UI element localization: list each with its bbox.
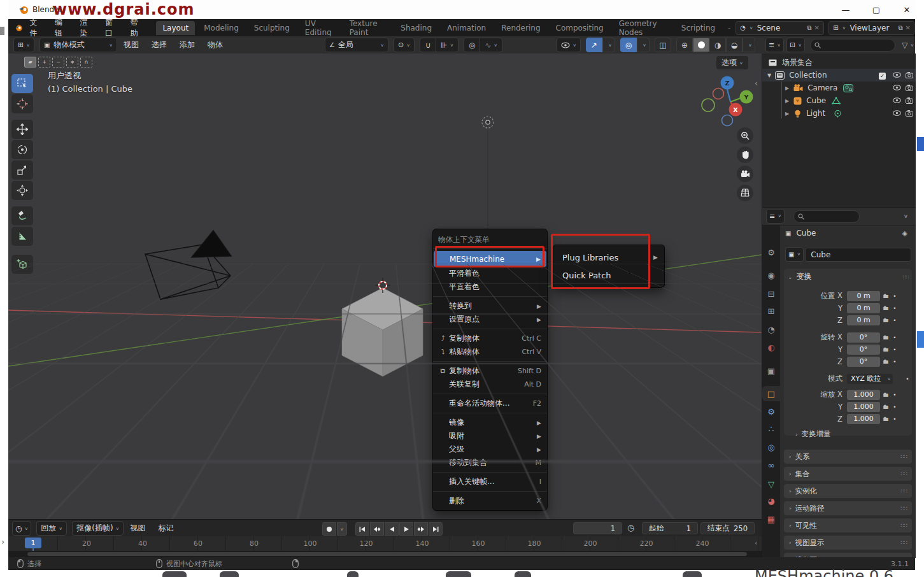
tab-view-layer[interactable]: ⊞ [762, 303, 780, 318]
panel-relations[interactable]: ›关系∷∷ [784, 450, 912, 464]
viewport-3d[interactable]: ▰ + − ∗ ∩ 选项 ∨ ‹ 用户透视 (1) Collection | C… [8, 53, 762, 519]
properties-options-dropdown[interactable]: ∨ [904, 213, 908, 219]
jump-to-end-button[interactable] [429, 522, 443, 536]
workspace-tab-sculpting[interactable]: Sculpting [248, 21, 296, 35]
tool-annotate[interactable] [11, 206, 33, 225]
viewlayer-selector[interactable]: ⊞ ∨ ViewLayer ⧉ ✕ [828, 21, 915, 35]
falloff-dropdown[interactable]: ∿∨ [480, 38, 502, 52]
snap-magnet-icon[interactable]: ∪ [420, 38, 436, 52]
value-field[interactable]: 0 m [847, 303, 880, 313]
outliner-display-mode-button[interactable]: ⊡∨ [786, 38, 805, 52]
disclosure-open-icon[interactable]: ▼ [767, 73, 771, 78]
zoom-button[interactable] [737, 127, 753, 144]
tool-move[interactable] [11, 120, 33, 139]
disclosure-closed-icon[interactable]: ▶ [785, 85, 789, 91]
disable-render-camera-icon[interactable] [906, 71, 913, 78]
snap-settings-button[interactable]: ⊪∨ [436, 38, 458, 52]
properties-editor-type-button[interactable]: ≡∨ [766, 209, 785, 224]
menu-render[interactable]: 渲染 [80, 17, 92, 39]
hide-viewport-eye-icon[interactable] [893, 85, 901, 90]
gizmo-minus-x[interactable] [713, 89, 724, 99]
menu-item-meshmachine[interactable]: MESHmachine ▶ [434, 251, 546, 267]
menu-item-copy-objects[interactable]: ⤴复制物体 Ctrl C [433, 332, 547, 345]
animate-dot[interactable]: • [892, 334, 898, 341]
select-mode-extend[interactable]: + [38, 57, 50, 68]
outliner-row-light[interactable]: ▶ Light [762, 107, 916, 120]
hide-viewport-eye-icon[interactable] [893, 97, 901, 103]
cube-object[interactable] [342, 288, 423, 376]
lock-icon[interactable]: 🖿 [880, 346, 892, 353]
keying-dropdown[interactable]: 抠像(插帧)∨ [72, 521, 124, 536]
scene-selector[interactable]: ◔ ∨ Scene ⧉ ✕ [736, 21, 824, 35]
frame-start-field[interactable]: 起始1 [642, 522, 698, 534]
ortho-grid-button[interactable] [737, 185, 753, 201]
tab-collection[interactable]: ▣ [762, 363, 780, 378]
mode-dropdown[interactable]: ▣ 物体模式 ∨ [39, 38, 117, 52]
camera-object[interactable] [145, 231, 231, 299]
outliner-editor-type-button[interactable]: ≡∨ [765, 38, 784, 52]
gizmo-toggle[interactable]: ↗ [586, 38, 602, 52]
transform-delta-header[interactable]: › 变换增量 [795, 429, 831, 439]
panel-visibility[interactable]: ›可见性∷∷ [784, 518, 912, 532]
menu-window[interactable]: 窗口 [105, 17, 117, 39]
new-viewlayer-icon[interactable]: ⧉ [898, 24, 902, 32]
jump-to-start-button[interactable] [355, 522, 369, 536]
playhead[interactable]: 1 [25, 538, 41, 548]
close-button[interactable]: ✕ [894, 1, 920, 18]
lock-icon[interactable]: 🖿 [880, 334, 892, 341]
menu-file[interactable]: 文件 [29, 17, 41, 39]
select-mode-new[interactable]: ▰ [24, 57, 36, 68]
minimize-button[interactable]: — [833, 1, 858, 18]
value-field[interactable]: 0° [847, 357, 880, 367]
outliner-row-collection[interactable]: ▼ Collection ✓ [762, 69, 916, 82]
playback-dropdown[interactable]: 回放∨ [36, 521, 67, 536]
lock-icon[interactable]: 🖿 [880, 391, 892, 398]
select-mode-subtract[interactable]: − [52, 57, 64, 68]
submenu-item-quick-patch[interactable]: Quick Patch [553, 266, 664, 284]
shading-dropdown[interactable]: ∨ [743, 38, 755, 52]
animate-dot[interactable]: • [904, 376, 911, 382]
pan-hand-button[interactable] [737, 146, 753, 163]
select-mode-invert[interactable]: ∗ [66, 57, 78, 68]
value-field[interactable]: 1.000 [847, 402, 880, 412]
menu-item-shade-smooth[interactable]: 平滑着色 [433, 267, 547, 280]
overlays-toggle[interactable]: ◎ [620, 38, 637, 52]
frame-end-field[interactable]: 结束点250 [700, 522, 755, 534]
hide-viewport-eye-icon[interactable] [893, 110, 901, 116]
menu-item-move-to-collection[interactable]: 移动到集合 M [433, 456, 547, 469]
tab-output[interactable]: ⊟ [762, 286, 780, 301]
disable-render-camera-icon[interactable] [906, 97, 913, 104]
proportional-edit-icon[interactable]: ◎ [464, 38, 480, 52]
lock-icon[interactable]: 🖿 [880, 358, 892, 365]
camera-view-button[interactable] [737, 166, 753, 182]
play-button[interactable] [399, 522, 413, 536]
object-name-input[interactable]: Cube [805, 248, 911, 262]
shading-wireframe-button[interactable]: ⊕ [676, 38, 693, 52]
workspace-tab-animation[interactable]: Animation [441, 21, 492, 35]
animate-dot[interactable]: • [892, 293, 898, 299]
menu-item-rename-active[interactable]: 重命名活动物体... F2 [433, 397, 547, 410]
menu-item-snap[interactable]: 吸附 ▶ [433, 429, 547, 443]
animate-dot[interactable]: • [892, 317, 898, 324]
gizmo-dropdown[interactable]: ∨ [602, 38, 615, 52]
ruler-scroll-arrow[interactable]: ‹ [755, 539, 757, 547]
tool-measure[interactable] [11, 227, 33, 246]
timeline-menu-marker[interactable]: 标记 [158, 523, 173, 534]
new-scene-icon[interactable]: ⧉ [807, 24, 811, 32]
value-field[interactable]: 1.000 [847, 414, 880, 424]
tab-object-data[interactable]: ▽ [762, 476, 780, 492]
maximize-button[interactable]: ▢ [864, 1, 889, 18]
tool-select-box[interactable] [11, 74, 33, 93]
next-keyframe-button[interactable] [414, 522, 428, 536]
gizmo-minus-z[interactable] [722, 115, 733, 126]
value-field[interactable]: 0 m [847, 315, 880, 325]
menu-item-mirror[interactable]: 镜像 ▶ [433, 416, 547, 429]
menu-item-convert-to[interactable]: 转换到 ▶ [433, 299, 547, 313]
remove-viewlayer-icon[interactable]: ✕ [906, 24, 911, 31]
outliner-row-cube[interactable]: ▶ Cube [762, 94, 916, 107]
visibility-dropdown[interactable]: ∨ [557, 38, 581, 52]
menu-item-duplicate-linked[interactable]: 关联复制 Alt D [433, 378, 547, 391]
light-object[interactable] [482, 117, 494, 128]
menu-item-shade-flat[interactable]: 平直着色 [433, 280, 547, 294]
gizmo-minus-y[interactable] [702, 99, 714, 111]
